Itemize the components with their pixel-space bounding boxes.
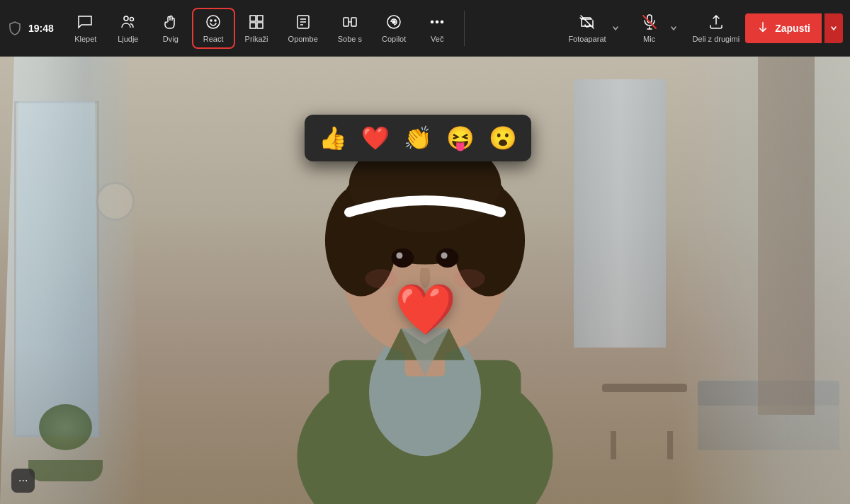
toolbar-btn-mic[interactable]: Mic <box>625 9 667 47</box>
toolbar-btn-dvig[interactable]: Dvig <box>149 9 192 47</box>
react-popup: 👍 ❤️ 👏 😝 😮 <box>305 115 531 161</box>
mic-off-icon <box>641 13 658 33</box>
svg-point-35 <box>441 253 448 259</box>
toolbar-btn-deli[interactable]: Deli z drugimi <box>683 9 743 47</box>
svg-rect-5 <box>250 16 256 21</box>
svg-point-36 <box>365 269 397 288</box>
svg-point-33 <box>436 248 459 268</box>
fotoaparat-group: Fotoaparat <box>558 9 621 47</box>
heart-emoji: ❤️ <box>395 285 456 334</box>
toolbar: 19:48 Klepet Ljudje Dvig React Prikaži <box>0 0 850 57</box>
svg-point-20 <box>441 21 443 23</box>
toolbar-btn-opombe[interactable]: Opombe <box>278 9 328 47</box>
grid-icon <box>248 13 265 33</box>
svg-point-32 <box>392 248 414 268</box>
svg-point-19 <box>436 21 438 23</box>
toolbar-btn-copilot[interactable]: Copilot <box>372 9 416 47</box>
svg-point-18 <box>431 21 434 23</box>
svg-point-3 <box>210 20 212 21</box>
notes-icon <box>295 13 312 33</box>
svg-rect-6 <box>257 16 263 21</box>
toolbar-btn-ljudje[interactable]: Ljudje <box>107 9 149 47</box>
toolbar-divider <box>464 11 465 46</box>
react-icon <box>205 13 222 33</box>
react-heart[interactable]: ❤️ <box>358 122 392 154</box>
time-display: 19:48 <box>7 21 54 36</box>
svg-rect-7 <box>250 23 256 28</box>
mic-group: Mic <box>625 9 680 47</box>
share-icon <box>708 13 725 33</box>
react-laugh[interactable]: 😝 <box>443 122 477 154</box>
toolbar-btn-vec[interactable]: Več <box>416 9 458 47</box>
svg-rect-8 <box>257 23 263 28</box>
hand-icon <box>162 13 179 33</box>
svg-point-17 <box>392 21 395 23</box>
toolbar-btn-sobe[interactable]: Sobe s <box>328 9 372 47</box>
svg-rect-14 <box>351 18 356 26</box>
svg-point-37 <box>453 269 485 288</box>
svg-point-1 <box>130 17 133 21</box>
video-more-button[interactable]: ··· <box>11 469 35 493</box>
toolbar-right: Fotoaparat Mic Deli <box>558 9 843 47</box>
end-call-button[interactable]: Zapusti <box>745 13 822 43</box>
react-thumbsup[interactable]: 👍 <box>316 122 350 154</box>
toolbar-btn-klepet[interactable]: Klepet <box>64 9 107 47</box>
react-clap[interactable]: 👏 <box>401 122 435 154</box>
end-call-arrow[interactable] <box>824 13 843 43</box>
rooms-icon <box>341 13 358 33</box>
phone-icon <box>756 21 769 35</box>
toolbar-btn-prikazi[interactable]: Prikaži <box>235 9 278 47</box>
shield-icon <box>7 21 23 36</box>
svg-point-34 <box>396 253 402 259</box>
copilot-icon <box>385 13 402 33</box>
svg-rect-13 <box>344 18 348 26</box>
svg-point-2 <box>207 16 220 28</box>
more-icon <box>429 13 446 33</box>
video-area: ❤️ 👍 ❤️ 👏 😝 😮 ··· <box>0 57 850 504</box>
react-wow[interactable]: 😮 <box>486 122 520 154</box>
toolbar-btn-fotoaparat[interactable]: Fotoaparat <box>558 9 608 47</box>
people-icon <box>120 13 137 33</box>
deli-group: Deli z drugimi <box>683 9 743 47</box>
svg-point-0 <box>124 16 128 21</box>
svg-point-4 <box>215 20 216 21</box>
chat-icon <box>77 13 94 33</box>
camera-off-icon <box>579 13 596 33</box>
toolbar-btn-react[interactable]: React <box>192 8 235 49</box>
mic-arrow[interactable] <box>667 22 680 35</box>
fotoaparat-arrow[interactable] <box>609 22 622 35</box>
